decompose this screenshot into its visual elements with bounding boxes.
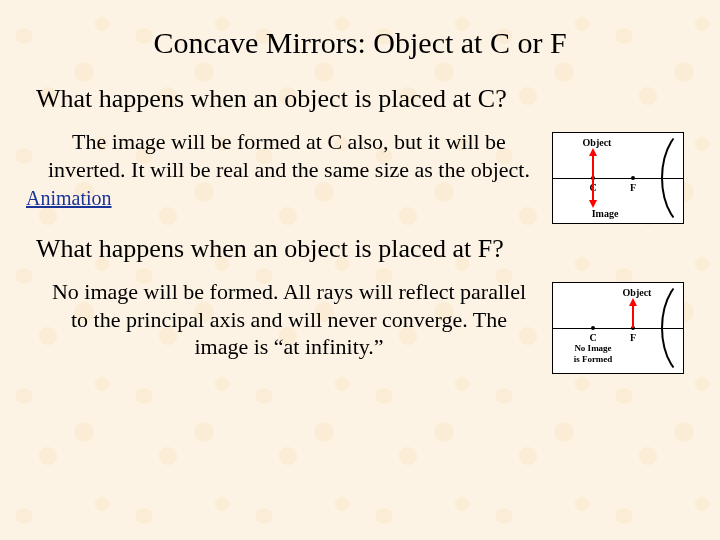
label-no-image-1: No Image <box>574 344 611 353</box>
object-arrow-icon <box>589 148 597 156</box>
object-arrow-icon-2 <box>629 298 637 306</box>
mirror-icon-2 <box>661 276 720 380</box>
section2-body: No image will be formed. All rays will r… <box>36 278 542 361</box>
diagram-object-at-c: C F Object Image <box>552 132 684 224</box>
label-object: Object <box>583 137 612 148</box>
mirror-icon <box>661 126 720 230</box>
image-arrow-stem <box>592 178 594 201</box>
object-arrow-stem <box>592 155 594 178</box>
label-f-2: F <box>630 332 636 343</box>
section1-heading: What happens when an object is placed at… <box>36 84 684 114</box>
label-object-2: Object <box>623 287 652 298</box>
section2-row: No image will be formed. All rays will r… <box>36 278 684 374</box>
section1-body: The image will be formed at C also, but … <box>36 128 542 183</box>
diagram-object-at-f: C F Object No Image is Formed <box>552 282 684 374</box>
label-no-image-2: is Formed <box>574 355 613 364</box>
label-image: Image <box>592 208 619 219</box>
page-title: Concave Mirrors: Object at C or F <box>36 26 684 60</box>
object-arrow-stem-2 <box>632 305 634 328</box>
label-f: F <box>630 182 636 193</box>
section2-heading: What happens when an object is placed at… <box>36 234 684 264</box>
label-c-2: C <box>589 332 596 343</box>
section2-body-col: No image will be formed. All rays will r… <box>36 278 542 365</box>
animation-link[interactable]: Animation <box>26 187 112 210</box>
section1-row: The image will be formed at C also, but … <box>36 128 684 224</box>
section1-body-col: The image will be formed at C also, but … <box>36 128 542 210</box>
point-f-icon <box>631 176 635 180</box>
point-c-icon-2 <box>591 326 595 330</box>
slide: Concave Mirrors: Object at C or F What h… <box>0 0 720 540</box>
